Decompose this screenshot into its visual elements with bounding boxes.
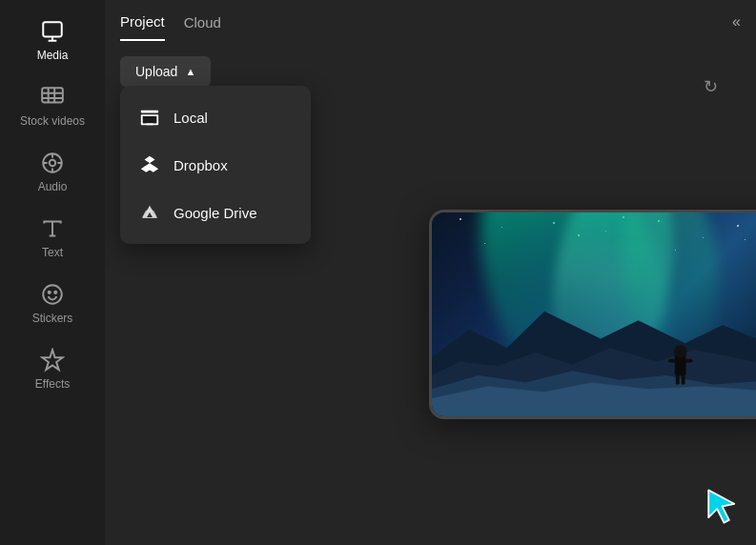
tab-project[interactable]: Project [120, 13, 165, 41]
svg-rect-15 [675, 355, 686, 375]
sidebar-item-stickers[interactable]: Stickers [0, 272, 105, 334]
main-content: Project Cloud « Upload ▲ ↻ Local [105, 0, 756, 545]
svg-rect-9 [143, 116, 157, 123]
terrain-svg [432, 284, 756, 416]
preview-image [429, 210, 756, 419]
svg-rect-20 [682, 373, 685, 385]
sidebar-item-label: Audio [38, 180, 68, 193]
upload-button[interactable]: Upload ▲ [120, 56, 211, 87]
stock-videos-icon [40, 85, 65, 110]
tab-bar: Project Cloud « [105, 0, 756, 41]
upload-label: Upload [135, 64, 177, 79]
refresh-button[interactable]: ↻ [704, 76, 718, 97]
sidebar-item-text[interactable]: Text [0, 207, 105, 269]
sidebar-item-audio[interactable]: Audio [0, 141, 105, 203]
local-label: Local [174, 110, 208, 126]
svg-rect-1 [42, 88, 63, 102]
sidebar-item-label: Media [37, 49, 69, 62]
collapse-button[interactable]: « [732, 13, 741, 30]
svg-point-6 [54, 292, 56, 293]
cursor-arrow-icon [702, 485, 745, 528]
chevron-up-icon: ▲ [185, 66, 195, 77]
svg-rect-10 [146, 123, 153, 125]
svg-point-16 [674, 345, 687, 357]
svg-rect-18 [685, 359, 693, 363]
preview-image-inner [432, 212, 756, 416]
dropdown-item-google-drive[interactable]: Google Drive [120, 189, 311, 236]
sidebar-item-label: Stock videos [20, 114, 85, 128]
svg-rect-7 [141, 111, 158, 113]
svg-point-3 [50, 160, 56, 167]
stickers-icon [40, 282, 65, 307]
audio-icon [40, 151, 65, 175]
dropdown-item-local[interactable]: Local [120, 93, 311, 141]
tab-cloud[interactable]: Cloud [184, 14, 221, 40]
svg-point-4 [43, 285, 62, 304]
cursor-arrow [702, 485, 745, 528]
google-drive-label: Google Drive [174, 205, 257, 221]
effects-icon [40, 348, 65, 373]
text-icon [40, 216, 65, 241]
sidebar-item-stock-videos[interactable]: Stock videos [0, 75, 105, 137]
sidebar-item-label: Stickers [32, 312, 73, 325]
dropbox-label: Dropbox [174, 157, 228, 173]
media-icon [40, 19, 65, 44]
sidebar-item-label: Effects [35, 377, 70, 391]
sidebar: Media Stock videos Audio Text Stickers [0, 0, 105, 545]
sidebar-item-effects[interactable]: Effects [0, 338, 105, 400]
dropdown-item-dropbox[interactable]: Dropbox [120, 141, 311, 189]
svg-rect-0 [43, 22, 62, 36]
google-drive-icon [139, 202, 160, 223]
sidebar-item-media[interactable]: Media [0, 10, 105, 71]
local-icon [139, 107, 160, 128]
dropbox-icon [139, 154, 160, 175]
svg-rect-17 [668, 359, 676, 363]
svg-rect-19 [676, 373, 680, 385]
svg-point-5 [49, 292, 51, 293]
sidebar-item-label: Text [42, 246, 63, 259]
upload-dropdown: Local Dropbox Google Drive [120, 86, 311, 244]
